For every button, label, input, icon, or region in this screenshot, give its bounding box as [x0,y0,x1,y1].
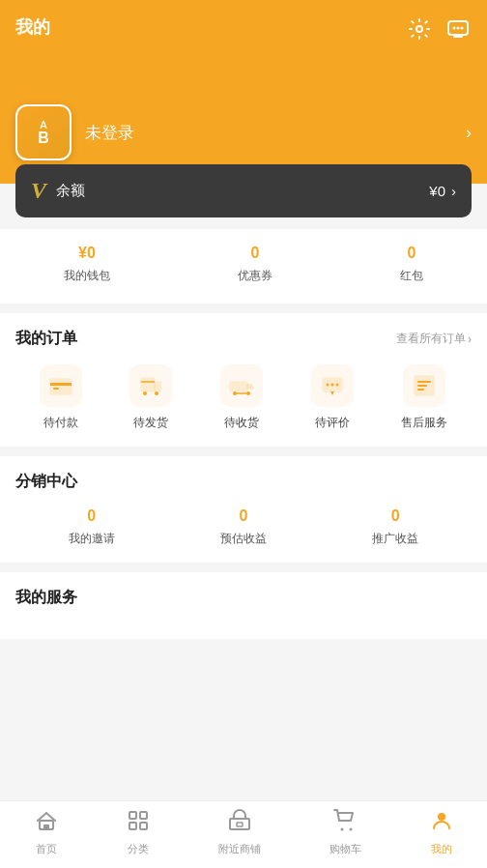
svg-point-19 [330,384,333,387]
order-after-sale[interactable]: 售后服务 [401,364,447,431]
category-icon [127,809,150,838]
orders-header: 我的订单 查看所有订单 › [15,329,472,349]
stat-wallet[interactable]: ¥0 我的钱包 [64,245,110,284]
home-icon [35,809,58,838]
pending-receipt-label: 待收货 [224,415,259,431]
order-pending-payment[interactable]: 待付款 [40,364,82,431]
services-section: 我的服务 [0,572,487,639]
stat-redpacket[interactable]: 0 红包 [400,245,423,284]
services-title: 我的服务 [15,588,77,608]
svg-rect-30 [140,823,147,829]
settings-icon[interactable] [406,15,433,43]
balance-label: 余额 [56,182,85,200]
estimated-income-label: 预估收益 [220,531,267,547]
nav-nearby-label: 附近商铺 [218,842,261,856]
nav-category-label: 分类 [128,842,149,856]
services-header: 我的服务 [15,588,472,608]
avatar: A B [15,104,72,160]
svg-rect-31 [230,819,249,829]
orders-title: 我的订单 [15,329,77,349]
after-sale-label: 售后服务 [401,415,447,431]
promo-income-label: 推广收益 [372,531,418,547]
distribution-title: 分销中心 [15,472,77,492]
redpacket-value: 0 [408,245,416,262]
promo-income-value: 0 [391,507,400,525]
distribution-stats: 0 我的邀请 0 预估收益 0 推广收益 [15,507,472,547]
avatar-letters: A B [38,120,49,146]
svg-point-2 [453,27,456,30]
balance-card[interactable]: V 余额 ¥0 › [15,164,472,217]
profile-chevron[interactable]: › [466,123,472,143]
message-icon[interactable] [444,15,472,43]
pending-payment-icon [40,364,82,407]
svg-rect-9 [155,382,160,391]
distribution-header: 分销中心 [15,472,472,492]
nav-cart[interactable]: 购物车 [320,809,371,856]
coupon-value: 0 [251,245,260,262]
dist-promo-income[interactable]: 0 推广收益 [372,507,418,547]
svg-rect-6 [50,383,72,386]
coupon-label: 优惠券 [238,268,272,284]
svg-rect-7 [53,388,59,390]
view-all-arrow: › [468,333,472,346]
avatar-letter-a: A [38,120,49,130]
order-pending-shipment[interactable]: 待发货 [129,364,172,431]
distribution-section: 分销中心 0 我的邀请 0 预估收益 0 推广收益 [0,456,487,563]
nav-mine-label: 我的 [431,842,452,856]
svg-point-33 [341,828,344,831]
dist-invitation[interactable]: 0 我的邀请 [69,507,115,547]
svg-point-18 [326,384,329,387]
svg-rect-32 [237,823,243,826]
svg-rect-29 [129,823,136,829]
profile-left: A B 未登录 [15,104,134,160]
svg-rect-27 [129,812,136,819]
svg-point-3 [457,27,460,30]
svg-point-14 [233,391,237,395]
svg-rect-5 [50,379,72,394]
login-status[interactable]: 未登录 [85,122,134,144]
svg-rect-13 [230,382,247,391]
nearby-icon [228,809,251,838]
bottom-padding [0,639,487,716]
invitation-label: 我的邀请 [69,531,115,547]
avatar-inner: A B [38,120,49,146]
balance-right: ¥0 › [429,183,456,199]
pending-receipt-icon [220,364,263,407]
svg-point-4 [461,27,464,30]
view-all-label: 查看所有订单 [396,331,466,347]
dist-estimated-income[interactable]: 0 预估收益 [220,507,267,547]
nav-cart-label: 购物车 [329,842,361,856]
nav-category[interactable]: 分类 [117,809,159,856]
wallet-value: ¥0 [78,245,96,262]
bottom-navigation: 首页 分类 附近商铺 [0,800,487,868]
order-pending-review[interactable]: 待评价 [311,364,354,431]
pending-review-label: 待评价 [315,415,350,431]
balance-amount: ¥0 [429,183,445,199]
after-sale-icon [403,364,445,407]
stat-coupon[interactable]: 0 优惠券 [238,245,272,284]
order-icons-row: 待付款 待发货 [15,364,472,431]
svg-point-35 [438,813,445,821]
avatar-letter-b: B [38,130,49,146]
order-pending-receipt[interactable]: 待收货 [220,364,263,431]
cart-icon [333,809,357,838]
pending-payment-label: 待付款 [43,415,78,431]
nav-nearby[interactable]: 附近商铺 [209,809,271,856]
page-title: 我的 [15,15,472,39]
pending-shipment-label: 待发货 [133,415,168,431]
svg-point-15 [246,391,250,395]
view-all-orders[interactable]: 查看所有订单 › [396,331,472,347]
nav-home-label: 首页 [36,842,57,856]
balance-left: V 余额 [31,178,85,204]
mine-icon [430,809,453,838]
estimated-income-value: 0 [240,507,248,525]
svg-point-12 [155,391,158,395]
svg-point-20 [335,384,338,387]
svg-rect-8 [141,378,155,391]
redpacket-label: 红包 [400,268,423,284]
nav-home[interactable]: 首页 [25,809,68,856]
nav-mine[interactable]: 我的 [420,809,463,856]
header-actions [406,15,472,43]
pending-review-icon [311,364,354,407]
svg-rect-28 [140,812,147,819]
